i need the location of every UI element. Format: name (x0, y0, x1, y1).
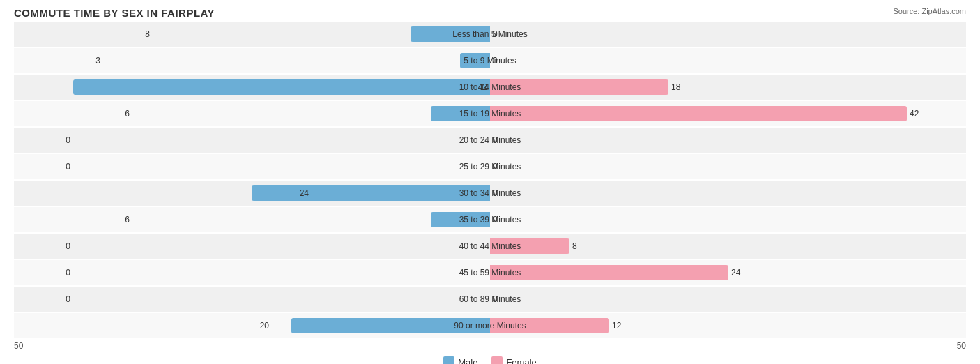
male-value: 0 (66, 162, 70, 172)
bar-row: 0020 to 24 Minutes (14, 128, 966, 153)
female-value: 0 (493, 162, 498, 172)
male-bar (252, 185, 490, 201)
source-text: Source: ZipAtlas.com (893, 7, 966, 15)
female-value: 0 (493, 215, 498, 225)
bar-row: 305 to 9 Minutes (14, 48, 966, 73)
axis-right: 50 (957, 341, 966, 351)
bars-area: 80Less than 5 Minutes305 to 9 Minutes421… (14, 22, 966, 338)
bar-row: 201290 or more Minutes (14, 313, 966, 338)
legend-female: Female (491, 356, 536, 364)
axis-left: 50 (14, 341, 23, 351)
bar-row: 80Less than 5 Minutes (14, 22, 966, 47)
female-value: 0 (493, 29, 498, 39)
female-bar (490, 106, 907, 121)
legend: Male Female (14, 356, 966, 364)
bar-row: 64215 to 19 Minutes (14, 101, 966, 126)
female-value: 12 (612, 321, 621, 331)
male-value: 8 (145, 29, 150, 39)
female-value: 0 (493, 135, 498, 145)
male-bar (291, 318, 490, 333)
male-value: 6 (125, 215, 130, 225)
legend-male-box (443, 356, 454, 364)
male-value: 42 (478, 82, 487, 92)
female-value: 0 (493, 56, 498, 66)
male-value: 3 (95, 56, 100, 66)
male-value: 0 (66, 241, 70, 251)
chart-container: COMMUTE TIME BY SEX IN FAIRPLAY Source: … (0, 0, 980, 364)
legend-male: Male (443, 356, 477, 364)
bar-row: 0840 to 44 Minutes (14, 234, 966, 259)
bar-row: 0025 to 29 Minutes (14, 154, 966, 179)
male-value: 6 (125, 109, 130, 119)
male-bar (431, 106, 490, 121)
male-value: 20 (260, 321, 269, 331)
female-value: 18 (671, 82, 680, 92)
male-value: 0 (66, 268, 70, 278)
bar-row: 421810 to 14 Minutes (14, 75, 966, 100)
female-value: 0 (493, 294, 498, 304)
legend-male-label: Male (458, 357, 477, 365)
male-bar (431, 212, 490, 227)
bar-row: 24030 to 34 Minutes (14, 181, 966, 206)
male-value: 24 (300, 188, 309, 198)
male-bar (460, 53, 490, 68)
female-value: 42 (910, 109, 919, 119)
legend-female-box (491, 356, 503, 364)
bar-row: 0060 to 89 Minutes (14, 287, 966, 312)
axis-labels: 50 50 (14, 340, 966, 352)
male-bar (73, 79, 490, 95)
female-value: 24 (731, 268, 740, 278)
bar-row: 6035 to 39 Minutes (14, 207, 966, 232)
male-value: 0 (66, 294, 70, 304)
female-value: 0 (493, 188, 498, 198)
male-bar (411, 26, 490, 42)
bar-row: 02445 to 59 Minutes (14, 260, 966, 285)
legend-female-label: Female (506, 357, 536, 365)
female-bar (490, 265, 728, 280)
female-value: 8 (572, 241, 577, 251)
male-value: 0 (66, 135, 70, 145)
female-bar (490, 238, 569, 254)
female-bar (490, 79, 668, 95)
female-bar (490, 318, 609, 333)
chart-title: COMMUTE TIME BY SEX IN FAIRPLAY (14, 7, 966, 19)
